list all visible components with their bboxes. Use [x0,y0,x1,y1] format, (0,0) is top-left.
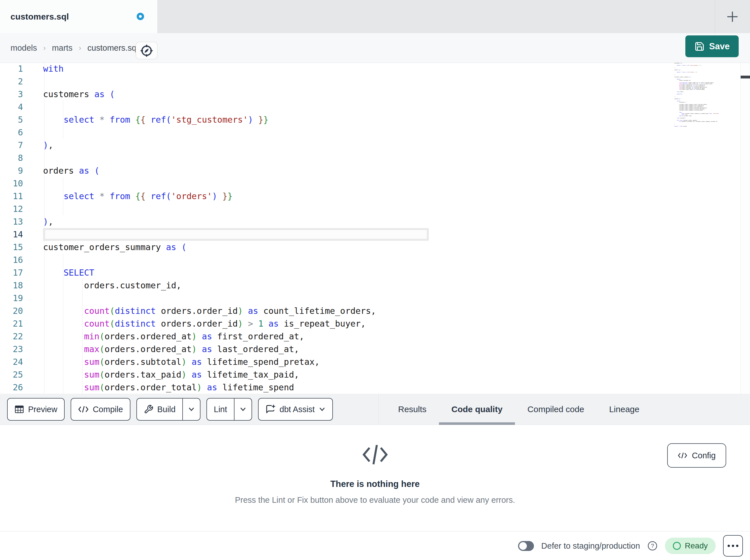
code-line [43,253,376,266]
breadcrumb: models › marts › customers.sql [11,33,138,63]
code-line: sum(orders.subtotal) as lifetime_spend_p… [43,355,376,368]
defer-label: Defer to staging/production [541,541,640,551]
code-line [43,203,376,215]
code-editor[interactable]: 1234567891011121314151617181920212223242… [0,63,750,394]
tab-compiled-code[interactable]: Compiled code [515,394,597,425]
plus-icon [726,11,739,23]
scrollbar-active-line-marker [741,76,750,79]
breadcrumb-separator: › [43,44,46,53]
build-dropdown-toggle[interactable] [182,398,200,420]
code-line [43,101,376,113]
editor-toolbar: Preview Compile Buil [0,394,750,425]
code-line: with [43,63,376,75]
dbt-assist-button[interactable]: dbt Assist [258,398,333,421]
explore-lineage-button[interactable] [136,42,158,60]
code-line: orders.customer_id, [43,279,376,292]
preview-button-label: Preview [28,405,57,414]
chevron-down-icon [240,407,246,412]
more-options-button[interactable] [723,535,743,557]
lint-button-label: Lint [214,405,227,414]
chevron-down-icon [319,407,325,412]
ellipsis-icon [728,545,730,547]
build-button[interactable]: Build [136,398,201,421]
code-line [43,75,376,88]
code-line: customer_orders_summary as ( [43,241,376,253]
lint-button[interactable]: Lint [206,398,252,421]
tab-code-quality[interactable]: Code quality [439,394,515,425]
config-button[interactable]: Config [667,443,726,468]
preview-button[interactable]: Preview [7,398,65,421]
code-brackets-icon [678,452,687,459]
code-line: ), [43,215,376,228]
code-line: max(orders.ordered_at) as last_ordered_a… [43,343,376,355]
toggle-knob [519,542,527,550]
compass-icon [140,44,153,58]
code-brackets-icon [78,405,89,413]
status-bar: Defer to staging/production ? Ready [0,531,750,560]
code-line: count(distinct orders.order_id) as count… [43,305,376,317]
line-number-gutter: 1234567891011121314151617181920212223242… [0,63,23,394]
breadcrumb-file[interactable]: customers.sql [87,43,138,53]
empty-state-subtitle: Press the Lint or Fix button above to ev… [0,495,750,505]
minimap[interactable]: with customers as ( select * from {{ ref… [674,63,740,127]
code-line [43,126,376,139]
config-button-label: Config [692,451,716,460]
lint-dropdown-toggle[interactable] [234,398,252,420]
code-brackets-large-icon [361,443,389,466]
status-badge-label: Ready [685,541,708,551]
code-line: customers as ( [43,88,376,101]
results-tab-bar: Results Code quality Compiled code Linea… [386,394,652,425]
empty-state-title: There is nothing here [0,479,750,489]
file-tab-title: customers.sql [11,12,69,22]
help-icon[interactable]: ? [647,541,657,551]
tab-results[interactable]: Results [386,394,439,425]
code-line: min(orders.ordered_at) as first_ordered_… [43,330,376,343]
build-button-label: Build [157,405,176,414]
connection-status-badge[interactable]: Ready [665,538,716,554]
code-line: sum(orders.tax_paid) as lifetime_tax_pai… [43,368,376,381]
tab-bar: customers.sql [0,0,750,33]
save-button[interactable]: Save [685,36,739,57]
tab-bar-divider [715,0,715,33]
compile-button[interactable]: Compile [71,398,130,421]
code-content[interactable]: withcustomers as ( select * from {{ ref(… [43,63,376,394]
unsaved-changes-dot-icon [137,13,144,20]
code-line: select * from {{ ref('orders') }} [43,190,376,203]
breadcrumb-marts[interactable]: marts [52,43,73,53]
dbt-ide-window: customers.sql models › marts › customers… [0,0,750,560]
compile-button-label: Compile [93,405,123,414]
code-line [43,177,376,190]
code-line: select * from {{ ref('stg_customers') }} [43,113,376,126]
breadcrumb-models[interactable]: models [11,43,37,53]
file-tab-customers-sql[interactable]: customers.sql [0,0,158,33]
status-bar-right: Defer to staging/production ? Ready [518,532,743,560]
dbt-assist-button-label: dbt Assist [280,405,315,414]
code-quality-panel: There is nothing here Press the Lint or … [0,425,750,531]
defer-toggle[interactable] [518,541,534,551]
save-button-label: Save [709,41,730,51]
code-line: SELECT [43,266,376,279]
new-tab-button[interactable] [723,8,742,26]
code-line: count(distinct orders.order_id) > 1 as i… [43,317,376,330]
table-icon [15,405,24,414]
chevron-down-icon [188,407,195,412]
code-line [43,228,376,241]
code-line: ), [43,139,376,151]
editor-scrollbar[interactable] [741,63,750,394]
breadcrumb-separator: › [79,44,81,53]
empty-state: There is nothing here Press the Lint or … [0,425,750,505]
code-line: sum(orders.order_total) as lifetime_spen… [43,381,376,394]
code-line [43,292,376,305]
save-floppy-icon [694,41,705,51]
assist-chat-sparkle-icon [265,404,276,414]
toolbar-button-group: Preview Compile Buil [7,398,333,421]
breadcrumb-row: models › marts › customers.sql Save [0,33,750,63]
code-line: orders as ( [43,164,376,177]
wrench-icon [144,405,153,414]
status-ring-icon [673,542,681,550]
tab-lineage[interactable]: Lineage [597,394,652,425]
code-line [43,151,376,164]
svg-text:?: ? [651,543,654,549]
